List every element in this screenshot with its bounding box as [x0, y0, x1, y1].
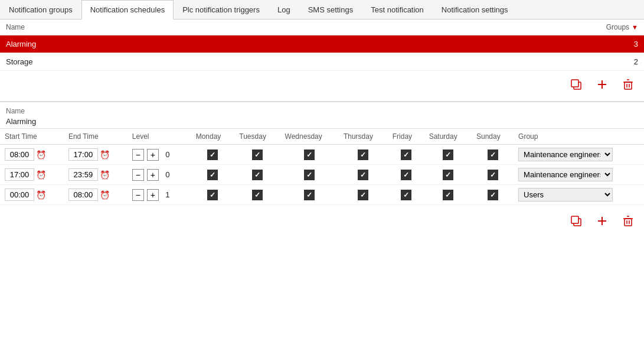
clock-icon-start-0[interactable]: ⏰	[36, 150, 46, 160]
end-time-cell-2: ⏰	[64, 185, 128, 205]
col-end-time: End Time	[64, 129, 128, 145]
checkbox-thursday-2	[339, 185, 388, 205]
checkbox-checked[interactable]	[207, 150, 218, 160]
schedule-row: ⏰ ⏰ − + 1	[0, 185, 644, 205]
clock-icon-start-2[interactable]: ⏰	[36, 190, 46, 200]
end-time-input-0[interactable]	[68, 148, 98, 161]
checkbox-sunday-0	[472, 145, 514, 165]
detail-delete-button[interactable]	[618, 212, 638, 233]
level-cell-0: − + 0	[128, 145, 191, 165]
checkbox-checked[interactable]	[443, 170, 453, 180]
checkbox-checked[interactable]	[207, 190, 218, 200]
checkbox-monday-0	[191, 145, 235, 165]
tab-log[interactable]: Log	[269, 0, 299, 19]
checkbox-checked[interactable]	[358, 170, 368, 180]
checkbox-checked[interactable]	[488, 190, 498, 200]
row-name: Storage	[6, 57, 591, 66]
checkbox-checked[interactable]	[488, 150, 498, 160]
col-sunday: Sunday	[472, 129, 514, 145]
clock-icon-start-1[interactable]: ⏰	[36, 170, 46, 180]
checkbox-checked[interactable]	[401, 150, 411, 160]
col-group: Group	[514, 129, 644, 145]
checkbox-checked[interactable]	[443, 150, 453, 160]
tab-notification-settings[interactable]: Notification settings	[433, 0, 517, 19]
checkbox-checked[interactable]	[304, 150, 315, 160]
svg-rect-10	[571, 216, 578, 223]
clock-icon-end-1[interactable]: ⏰	[100, 170, 110, 180]
clock-icon-end-2[interactable]: ⏰	[100, 190, 110, 200]
checkbox-friday-1	[388, 165, 424, 185]
col-saturday: Saturday	[424, 129, 472, 145]
group-select-1[interactable]: Maintenance engineers	[518, 168, 613, 181]
group-select-0[interactable]: Maintenance engineers	[518, 148, 613, 161]
group-cell-1: Maintenance engineers	[514, 165, 644, 185]
start-time-input-1[interactable]	[5, 168, 34, 181]
copy-button[interactable]	[566, 76, 586, 96]
checkbox-checked[interactable]	[358, 150, 368, 160]
detail-name-value: Alarming	[6, 117, 638, 126]
tab-sms-settings[interactable]: SMS settings	[299, 0, 362, 19]
level-increase-1[interactable]: +	[147, 169, 159, 181]
checkbox-checked[interactable]	[443, 190, 453, 200]
table-body: Alarming 3 Storage 2	[0, 35, 644, 71]
group-cell-2: Users	[514, 185, 644, 205]
checkbox-checked[interactable]	[304, 190, 315, 200]
tab-plc-notification-triggers[interactable]: Plc notification triggers	[174, 0, 269, 19]
checkbox-checked[interactable]	[488, 170, 498, 180]
svg-rect-13	[625, 219, 632, 226]
group-cell-0: Maintenance engineers	[514, 145, 644, 165]
checkbox-checked[interactable]	[252, 190, 263, 200]
row-groups: 2	[591, 57, 638, 66]
checkbox-tuesday-0	[234, 145, 280, 165]
checkbox-checked[interactable]	[252, 150, 263, 160]
tab-notification-schedules[interactable]: Notification schedules	[81, 0, 174, 20]
col-start-time: Start Time	[0, 129, 64, 145]
checkbox-checked[interactable]	[252, 170, 263, 180]
level-decrease-0[interactable]: −	[132, 149, 144, 161]
end-time-input-2[interactable]	[68, 188, 98, 201]
checkbox-sunday-1	[472, 165, 514, 185]
checkbox-sunday-2	[472, 185, 514, 205]
checkbox-monday-2	[191, 185, 235, 205]
tabs-bar: Notification groupsNotification schedule…	[0, 0, 644, 20]
level-increase-0[interactable]: +	[147, 149, 159, 161]
start-time-cell-0: ⏰	[0, 145, 64, 165]
checkbox-checked[interactable]	[401, 190, 411, 200]
detail-copy-button[interactable]	[566, 212, 586, 233]
checkbox-checked[interactable]	[304, 170, 315, 180]
detail-add-button[interactable]	[592, 212, 612, 233]
level-decrease-1[interactable]: −	[132, 169, 144, 181]
detail-actions-row	[0, 207, 644, 238]
group-select-2[interactable]: Users	[518, 188, 613, 202]
end-time-cell-1: ⏰	[64, 165, 128, 185]
table-header-row: Name Groups ▼	[0, 20, 644, 35]
start-time-cell-1: ⏰	[0, 165, 64, 185]
sort-icon: ▼	[632, 24, 638, 31]
add-button[interactable]	[592, 76, 612, 96]
checkbox-monday-1	[191, 165, 235, 185]
table-row[interactable]: Storage 2	[0, 53, 644, 71]
table-row[interactable]: Alarming 3	[0, 35, 644, 53]
tab-notification-groups[interactable]: Notification groups	[0, 0, 81, 19]
tab-test-notification[interactable]: Test notification	[362, 0, 433, 19]
detail-name-row: Name Alarming	[0, 102, 644, 129]
col-wednesday: Wednesday	[280, 129, 339, 145]
detail-section: Name Alarming Start Time End Time Level …	[0, 102, 644, 238]
checkbox-checked[interactable]	[401, 170, 411, 180]
col-tuesday: Tuesday	[234, 129, 280, 145]
start-time-input-0[interactable]	[5, 148, 34, 161]
clock-icon-end-0[interactable]: ⏰	[100, 150, 110, 160]
level-decrease-2[interactable]: −	[132, 189, 144, 201]
schedule-header-row: Start Time End Time Level Monday Tuesday…	[0, 129, 644, 145]
checkbox-saturday-0	[424, 145, 472, 165]
end-time-input-1[interactable]	[68, 168, 98, 181]
checkbox-checked[interactable]	[207, 170, 218, 180]
col-thursday: Thursday	[339, 129, 388, 145]
level-increase-2[interactable]: +	[147, 189, 159, 201]
delete-button[interactable]	[618, 76, 638, 96]
checkbox-checked[interactable]	[358, 190, 368, 200]
start-time-input-2[interactable]	[5, 188, 34, 201]
checkbox-thursday-0	[339, 145, 388, 165]
top-section: Name Groups ▼ Alarming 3 Storage 2	[0, 20, 644, 102]
checkbox-saturday-2	[424, 185, 472, 205]
